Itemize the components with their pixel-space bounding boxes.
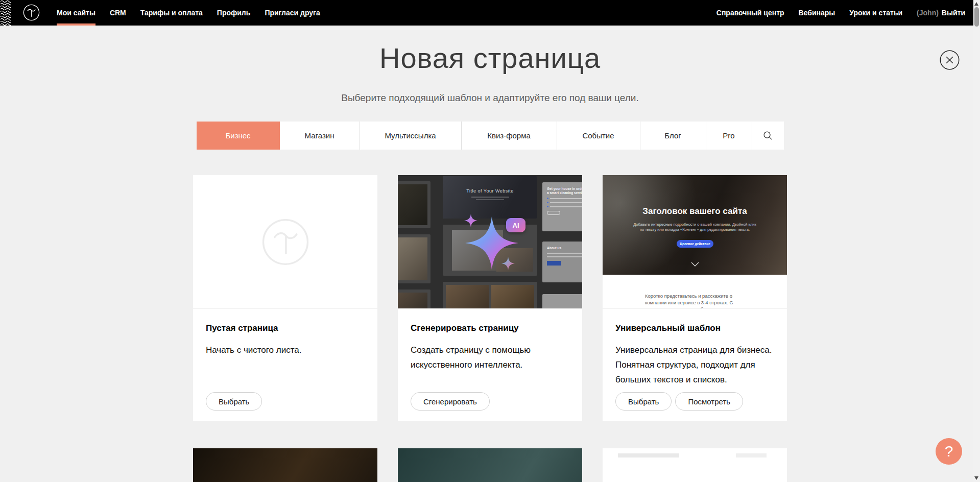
thumbnail-heading: About us [547,246,582,250]
template-thumbnail: About us [542,242,582,282]
template-body-text: Коротко представьтесь и расскажите о ком… [645,293,745,309]
card-description: Универсальная страница для бизнеса. Поня… [615,343,774,387]
user-name: (John) [917,9,939,17]
hero-subtitle: Добавьте интересные подробности о вашей … [632,222,757,232]
card-row2-3 [603,448,787,482]
nav-tariffs[interactable]: Тарифы и оплата [140,0,203,26]
card-title: Пустая страница [206,323,365,333]
scrollbar-down-icon[interactable] [974,476,978,480]
close-button[interactable] [940,50,960,70]
tab-quiz-form[interactable]: Квиз-форма [462,122,557,150]
nav-help-center[interactable]: Справочный центр [716,0,784,26]
card-description: Начать с чистого листа. [206,343,365,357]
close-icon [940,50,960,70]
tab-event[interactable]: Событие [557,122,640,150]
nav-profile[interactable]: Профиль [217,0,251,26]
tilda-watermark-icon [261,218,309,266]
tab-shop[interactable]: Магазин [280,122,360,150]
template-thumbnail [398,234,431,283]
card-row2-1 [193,448,377,482]
template-thumbnail: Title of Your Website [443,176,537,219]
ai-sparkle-small-icon [501,257,515,270]
template-thumbnail [398,181,431,228]
nav-lessons[interactable]: Уроки и статьи [849,0,902,26]
search-icon [763,131,773,140]
chevron-down-icon [691,262,699,267]
tab-business[interactable]: Бизнес [197,122,280,150]
secondary-nav: Справочный центр Вебинары Уроки и статьи… [716,0,965,26]
page-title: Новая страница [0,44,980,73]
tab-pro[interactable]: Pro [706,122,752,150]
primary-nav: Мои сайты CRM Тарифы и оплата Профиль Пр… [57,0,320,26]
template-thumbnail [443,282,537,309]
choose-button[interactable]: Выбрать [615,392,672,411]
choose-button[interactable]: Выбрать [206,392,262,411]
thumbnail-heading: Get your house in order with a smart cle… [547,187,582,195]
search-tab[interactable] [752,122,784,150]
logout-label: Выйти [942,9,965,17]
new-page-screen: Мои сайты CRM Тарифы и оплата Профиль Пр… [0,0,980,482]
ai-sparkle-small-icon [464,214,477,227]
nav-invite-friend[interactable]: Пригласи друга [265,0,320,26]
scrollbar-thumb[interactable] [974,7,979,27]
top-nav: Мои сайты CRM Тарифы и оплата Профиль Пр… [0,0,973,26]
tilda-logo-icon[interactable] [23,4,40,21]
scrollbar[interactable] [973,0,980,482]
page-subtitle: Выберите подходящий шаблон и адаптируйте… [0,93,980,103]
tab-blog[interactable]: Блог [640,122,706,150]
template-category-tabs: Бизнес Магазин Мультиссылка Квиз-форма С… [197,122,784,150]
template-thumbnail [398,290,431,309]
template-thumbnail: Get your house in order with a smart cle… [542,182,582,231]
template-thumbnail [542,294,582,309]
nav-my-sites[interactable]: Мои сайты [57,0,95,26]
template-preview[interactable] [193,448,377,482]
template-preview[interactable] [603,448,787,482]
template-grid: Пустая страница Начать с чистого листа. … [193,175,787,482]
card-universal-template: Заголовок вашего сайта Добавьте интересн… [603,175,787,421]
universal-template-preview[interactable]: Заголовок вашего сайта Добавьте интересн… [603,175,787,309]
card-title: Универсальный шаблон [615,323,774,333]
preview-button[interactable]: Посмотреть [675,392,743,411]
nav-logout[interactable]: (John)Выйти [917,0,965,26]
zigzag-pattern-icon [0,0,11,26]
ai-badge: AI [506,218,525,232]
thumbnail-title: Title of Your Website [443,188,537,194]
tab-multilink[interactable]: Мультиссылка [360,122,462,150]
help-button[interactable]: ? [936,438,962,465]
card-row2-2 [398,448,582,482]
scrollbar-up-icon[interactable] [974,2,978,6]
hero-cta-button: Целевое действие [677,240,713,248]
template-hero: Заголовок вашего сайта Добавьте интересн… [603,175,787,275]
card-title: Сгенерировать страницу [411,323,569,333]
nav-crm[interactable]: CRM [110,0,126,26]
hero-title: Заголовок вашего сайта [603,206,787,216]
card-description: Создать страницу с помощью искусственног… [411,343,569,372]
card-blank-page: Пустая страница Начать с чистого листа. … [193,175,377,421]
ai-generate-preview[interactable]: Title of Your Website Get your house in … [398,175,582,309]
card-ai-generate: Title of Your Website Get your house in … [398,175,582,421]
active-nav-underline [57,23,95,26]
question-icon: ? [945,443,953,460]
nav-webinars[interactable]: Вебинары [799,0,835,26]
template-preview[interactable] [398,448,582,482]
blank-page-preview[interactable] [193,175,377,309]
generate-button[interactable]: Сгенерировать [411,392,490,411]
